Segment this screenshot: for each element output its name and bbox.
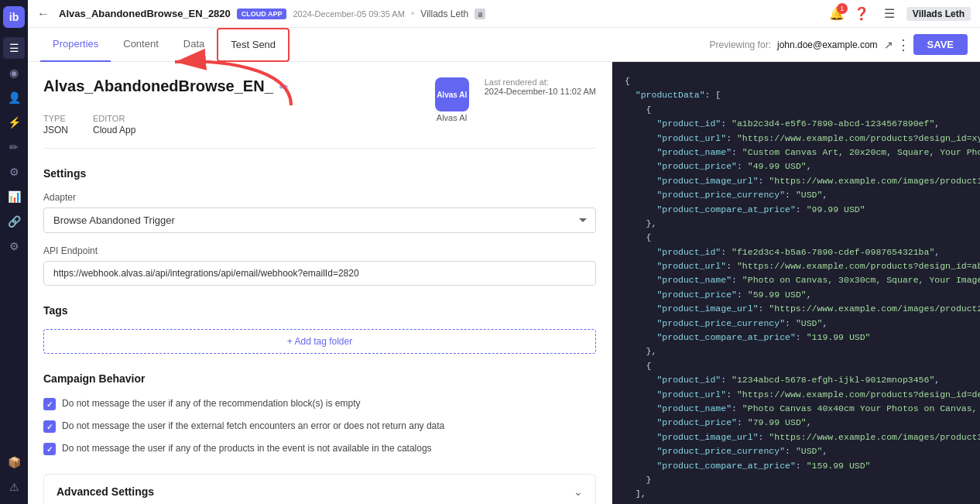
sidebar-icon-menu[interactable]: ☰ bbox=[3, 37, 25, 59]
json-line: "product_image_url": "https://www.exampl… bbox=[625, 302, 968, 316]
app-logo[interactable]: ib bbox=[3, 6, 25, 28]
json-line: "product_id": "1234abcd-5678-efgh-ijkl-9… bbox=[625, 373, 968, 387]
sidebar-icon-settings[interactable]: ⚙ bbox=[3, 161, 25, 183]
advanced-settings-header[interactable]: Advanced Settings ⌄ bbox=[44, 475, 595, 504]
json-line: { bbox=[625, 74, 968, 88]
api-endpoint-field-group: API Endpoint bbox=[43, 245, 596, 286]
sidebar-icon-config[interactable]: ⚙ bbox=[3, 235, 25, 257]
last-rendered: Last rendered at: 2024-December-10 11:02… bbox=[485, 77, 596, 96]
notifications-button[interactable]: 🔔 1 bbox=[829, 6, 845, 21]
topbar: ← Alvas_AbandonedBrowse_EN_2820 CLOUD AP… bbox=[28, 0, 980, 28]
tab-content[interactable]: Content bbox=[111, 28, 171, 62]
checkbox-label-1: Do not message the user if any of the re… bbox=[62, 397, 361, 410]
json-line: { bbox=[625, 359, 968, 373]
cloud-badge: CLOUD APP bbox=[237, 9, 287, 19]
tabs-bar: Properties Content Data Test Send Previe… bbox=[28, 28, 980, 62]
json-line: "product_url": "https://www.example.com/… bbox=[625, 388, 968, 402]
json-line: "product_price_currency": "USD", bbox=[625, 188, 968, 202]
tab-data[interactable]: Data bbox=[171, 28, 217, 62]
sidebar-icon-analytics[interactable]: 📊 bbox=[3, 186, 25, 207]
main-wrapper: ← Alvas_AbandonedBrowse_EN_2820 CLOUD AP… bbox=[28, 0, 980, 504]
json-line: ], bbox=[625, 487, 968, 501]
sidebar-icon-campaigns[interactable]: ⚡ bbox=[3, 111, 25, 133]
save-button[interactable]: SAVE bbox=[913, 34, 968, 55]
sidebar-icon-integrations[interactable]: 🔗 bbox=[3, 211, 25, 232]
alvas-logo: Alvas AI bbox=[435, 77, 469, 111]
content-layout: Alvas_AbandonedBrowse_EN_ ✏ Type JSON Ed… bbox=[28, 62, 980, 504]
json-line: }, bbox=[625, 217, 968, 231]
json-line: "product_image_url": "https://www.exampl… bbox=[625, 430, 968, 444]
open-preview-icon[interactable]: ↗ bbox=[884, 39, 893, 51]
help-button[interactable]: ❓ bbox=[851, 3, 872, 25]
sidebar-icon-users[interactable]: 👤 bbox=[3, 87, 25, 108]
preview-section: Previewing for: john.doe@example.com ↗ bbox=[710, 39, 893, 51]
campaign-behavior-section: Campaign Behavior Do not message the use… bbox=[43, 372, 596, 455]
app-logo-section: Alvas AI Alvas AI bbox=[435, 77, 469, 122]
json-panel: { "productData": [ { "product_id": "a1b2… bbox=[612, 62, 980, 504]
topbar-actions: 🔔 1 ❓ ☰ Villads Leth bbox=[829, 3, 971, 25]
separator: • bbox=[411, 8, 415, 19]
json-line: { bbox=[625, 231, 968, 245]
sidebar-icon-alerts[interactable]: ⚠ bbox=[3, 476, 25, 498]
checkbox-item-1: Do not message the user if any of the re… bbox=[43, 397, 596, 410]
tab-properties[interactable]: Properties bbox=[40, 28, 111, 62]
json-line: "product_id": "a1b2c3d4-e5f6-7890-abcd-1… bbox=[625, 117, 968, 131]
preview-label: Previewing for: bbox=[710, 39, 771, 50]
alvas-label: Alvas AI bbox=[437, 113, 468, 122]
checkbox-label-2: Do not message the user if the external … bbox=[62, 420, 444, 433]
json-line: "product_url": "https://www.example.com/… bbox=[625, 132, 968, 146]
svg-text:🖥: 🖥 bbox=[477, 11, 484, 19]
add-tag-button[interactable]: + Add tag folder bbox=[43, 329, 596, 354]
json-line: "product_name": "Photo on Canvas, 30x30c… bbox=[625, 273, 968, 287]
sidebar-icon-home[interactable]: ◉ bbox=[3, 62, 25, 84]
api-endpoint-input[interactable] bbox=[43, 261, 596, 286]
checkbox-1[interactable] bbox=[43, 398, 56, 410]
edit-title-icon[interactable]: ✏ bbox=[279, 81, 289, 93]
json-line: "product_price": "49.99 USD", bbox=[625, 159, 968, 173]
advanced-settings-section: Advanced Settings ⌄ bbox=[43, 474, 596, 504]
tags-header: Tags bbox=[43, 304, 596, 317]
json-line: "product_price": "59.99 USD", bbox=[625, 288, 968, 302]
settings-section: Settings Adapter Browse Abandoned Trigge… bbox=[43, 167, 596, 286]
checkbox-item-2: Do not message the user if the external … bbox=[43, 420, 596, 433]
json-line: { bbox=[625, 103, 968, 117]
app-date: 2024-December-05 09:35 AM bbox=[293, 9, 404, 19]
json-line: "product_id": "f1e2d3c4-b5a6-7890-cdef-0… bbox=[625, 245, 968, 259]
json-line: "product_compare_at_price": "99.99 USD" bbox=[625, 203, 968, 217]
json-line: }, bbox=[625, 345, 968, 358]
advanced-settings-chevron: ⌄ bbox=[574, 485, 583, 498]
json-line: "product_name": "Custom Canvas Art, 20x2… bbox=[625, 146, 968, 159]
editor-meta: Editor Cloud App bbox=[93, 114, 135, 135]
type-value: JSON bbox=[43, 125, 68, 135]
json-line: "product_image_url": "https://www.exampl… bbox=[625, 174, 968, 188]
checkbox-2[interactable] bbox=[43, 420, 56, 433]
left-panel: Alvas_AbandonedBrowse_EN_ ✏ Type JSON Ed… bbox=[28, 62, 612, 504]
tab-test-send[interactable]: Test Send bbox=[217, 28, 290, 62]
checkbox-3[interactable] bbox=[43, 443, 56, 455]
adapter-select[interactable]: Browse Abandoned Trigger bbox=[43, 207, 596, 233]
more-options-button[interactable]: ⋮ bbox=[893, 36, 913, 53]
page-title-row: Alvas_AbandonedBrowse_EN_ ✏ bbox=[43, 77, 420, 95]
notification-count: 1 bbox=[837, 3, 848, 14]
menu-button[interactable]: ☰ bbox=[879, 3, 900, 25]
back-button[interactable]: ← bbox=[37, 7, 50, 21]
json-line: "product_compare_at_price": "119.99 USD" bbox=[625, 331, 968, 345]
title-info-row: Alvas_AbandonedBrowse_EN_ ✏ Type JSON Ed… bbox=[43, 77, 596, 149]
checkbox-item-3: Do not message the user if any of the pr… bbox=[43, 442, 596, 455]
app-title: Alvas_AbandonedBrowse_EN_2820 bbox=[59, 8, 231, 19]
editor-value: Cloud App bbox=[93, 125, 135, 135]
page-title: Alvas_AbandonedBrowse_EN_ bbox=[43, 77, 273, 95]
user-name: Villads Leth bbox=[420, 9, 468, 19]
sidebar-icon-edit[interactable]: ✏ bbox=[3, 136, 25, 158]
json-line: "product_compare_at_price": "159.99 USD" bbox=[625, 459, 968, 473]
editor-label: Editor bbox=[93, 114, 135, 123]
json-line: } bbox=[625, 473, 968, 487]
user-display-name: Villads Leth bbox=[906, 7, 971, 21]
json-line: "product_price": "79.99 USD", bbox=[625, 416, 968, 430]
advanced-settings-title: Advanced Settings bbox=[57, 485, 154, 498]
last-rendered-date: 2024-December-10 11:02 AM bbox=[485, 87, 596, 96]
json-line: "product_name": "Photo Canvas 40x40cm Yo… bbox=[625, 402, 968, 416]
campaign-behavior-header: Campaign Behavior bbox=[43, 372, 596, 385]
last-rendered-label: Last rendered at: bbox=[485, 77, 596, 87]
sidebar-icon-packages[interactable]: 📦 bbox=[3, 451, 25, 473]
